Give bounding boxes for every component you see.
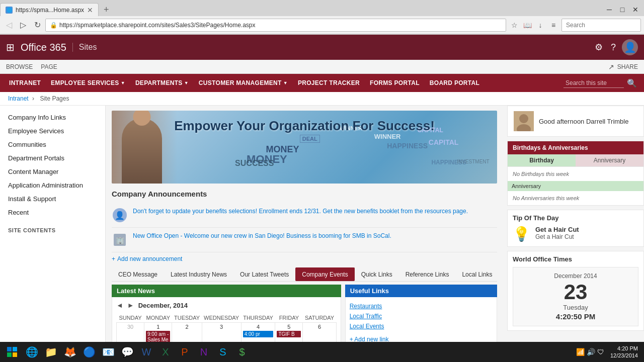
add-announcement-label[interactable]: Add new announcement xyxy=(117,255,182,262)
sp-sites-label: Sites xyxy=(72,43,97,52)
sidebar-item-employee-services[interactable]: Employee Services xyxy=(0,124,105,138)
nav-departments[interactable]: DEPARTMENTS ▼ xyxy=(130,75,194,90)
taskbar-word-icon[interactable]: W xyxy=(137,343,155,361)
taskbar-excel-icon[interactable]: X xyxy=(156,343,175,361)
close-tab-button[interactable]: ✕ xyxy=(87,6,93,14)
lightbulb-icon: 💡 xyxy=(513,226,530,242)
birthday-tab[interactable]: Birthday xyxy=(508,154,576,166)
time-day: 23 xyxy=(518,282,633,303)
sidebar-item-department-portals[interactable]: Department Portals xyxy=(0,151,105,165)
maximize-button[interactable]: □ xyxy=(616,5,629,15)
hero-title: Empower Your Organization For Success! xyxy=(112,118,497,134)
taskbar-lync-icon[interactable]: 💬 xyxy=(118,343,136,361)
nav-project-tracker[interactable]: PROJECT TRACKER xyxy=(293,75,365,90)
breadcrumb-intranet[interactable]: Intranet xyxy=(8,95,29,102)
taskbar-currency-icon[interactable]: $ xyxy=(233,343,251,361)
taskbar-onenote-icon[interactable]: N xyxy=(195,343,213,361)
taskbar-powerpoint-icon[interactable]: P xyxy=(176,343,194,361)
floating-word-investment: INVESTMENT xyxy=(457,159,489,164)
tab-local-links[interactable]: Local Links xyxy=(455,267,499,281)
anniversary-tab[interactable]: Anniversary xyxy=(576,154,643,166)
tray-network-icon[interactable]: 📶 xyxy=(576,348,585,356)
calendar-next-button[interactable]: ► xyxy=(127,301,134,309)
favorites-icon[interactable]: ☆ xyxy=(508,19,520,31)
taskbar-chrome-icon[interactable]: 🔵 xyxy=(80,343,98,361)
sidebar-item-content-manager[interactable]: Content Manager xyxy=(0,165,105,178)
cal-event[interactable]: TGIF B xyxy=(277,331,301,337)
page-label[interactable]: PAGE xyxy=(41,63,57,70)
link-local-events[interactable]: Local Events xyxy=(350,321,493,331)
site-search-input[interactable] xyxy=(564,78,624,88)
announcement-text-1[interactable]: Don't forget to update your benefits sel… xyxy=(133,207,468,216)
browse-label[interactable]: BROWSE xyxy=(6,63,33,70)
sidebar-item-app-admin[interactable]: Application Administration xyxy=(0,178,105,192)
tray-security-icon[interactable]: 🛡 xyxy=(597,348,604,356)
nav-employee-services[interactable]: EMPLOYEE SERVICES ▼ xyxy=(46,75,130,90)
start-button[interactable] xyxy=(2,342,22,362)
nav-intranet[interactable]: INTRANET xyxy=(4,75,46,90)
sidebar-item-recent[interactable]: Recent xyxy=(0,206,105,219)
tab-reference-links[interactable]: Reference Links xyxy=(399,267,456,281)
download-icon[interactable]: ↓ xyxy=(534,19,546,31)
settings-menu-icon[interactable]: ≡ xyxy=(547,19,559,31)
minimize-button[interactable]: ─ xyxy=(603,5,616,15)
reading-icon[interactable]: 📖 xyxy=(521,19,533,31)
nav-forms-portal[interactable]: FORMS PORTAL xyxy=(365,75,425,90)
add-announcement-link[interactable]: + Add new announcement xyxy=(112,255,497,262)
cal-event[interactable]: 4:00 pr xyxy=(243,331,274,337)
tab-industry-news[interactable]: Latest Industry News xyxy=(164,267,233,281)
window-close-button[interactable]: ✕ xyxy=(629,5,642,15)
taskbar-outlook-icon[interactable]: 📧 xyxy=(99,343,117,361)
cal-event[interactable]: 9:00 am -Sales Me xyxy=(146,331,170,343)
taskbar-ie-icon[interactable]: 🌐 xyxy=(23,343,41,361)
sidebar-item-communities[interactable]: Communities xyxy=(0,138,105,151)
forward-button[interactable]: ▷ xyxy=(17,19,29,31)
tip-text: Get a Hair Cut Get a Hair Cut xyxy=(535,226,579,240)
chevron-down-icon: ▼ xyxy=(184,80,189,85)
taskbar-explorer-icon[interactable]: 📁 xyxy=(42,343,60,361)
announcement-text-2[interactable]: New Office Open - Welcome our new crew i… xyxy=(133,232,391,240)
announcement-item-1: 👤 Don't forget to update your benefits s… xyxy=(112,203,497,228)
calendar-prev-button[interactable]: ◄ xyxy=(116,301,123,309)
svg-rect-10 xyxy=(13,352,17,357)
address-bar: 🔒 xyxy=(45,19,506,32)
browser-search-input[interactable] xyxy=(566,22,636,29)
nav-board-portal[interactable]: BOARD PORTAL xyxy=(425,75,485,90)
cal-day-thursday: THURSDAY xyxy=(241,313,275,323)
apps-grid-icon[interactable]: ⊞ xyxy=(6,41,15,53)
tab-company-events[interactable]: Company Events xyxy=(295,267,354,281)
link-local-traffic[interactable]: Local Traffic xyxy=(350,311,493,321)
new-tab-button[interactable]: + xyxy=(101,5,112,15)
floating-word-capital2: CAPITAL xyxy=(429,138,459,146)
time-month: December 2014 xyxy=(518,273,633,280)
editbar-right: ↗ SHARE xyxy=(608,63,638,71)
tab-tweets[interactable]: Our Latest Tweets xyxy=(233,267,295,281)
help-icon[interactable]: ? xyxy=(609,40,618,55)
tab-ceo-message[interactable]: CEO Message xyxy=(112,267,164,281)
taskbar-skype-icon[interactable]: S xyxy=(214,343,232,361)
svg-text:👤: 👤 xyxy=(115,211,125,220)
link-restaurants[interactable]: Restaurants xyxy=(350,301,493,311)
anniversary-label: Anniversary xyxy=(508,181,643,191)
sidebar-item-company-info[interactable]: Company Info Links xyxy=(0,111,105,124)
taskbar: 🌐 📁 🦊 🔵 📧 💬 W X P N S $ 📶 🔊 🛡 4:20 PM 12… xyxy=(0,342,644,362)
user-avatar[interactable]: 👤 xyxy=(622,39,638,55)
share-label[interactable]: SHARE xyxy=(617,63,638,70)
toolbar-icons: ☆ 📖 ↓ ≡ xyxy=(508,19,559,31)
refresh-button[interactable]: ↻ xyxy=(31,19,43,31)
tray-volume-icon[interactable]: 🔊 xyxy=(587,348,595,356)
useful-links-header: Useful Links xyxy=(345,285,497,297)
site-search-button[interactable]: 🔍 xyxy=(624,77,640,89)
back-button[interactable]: ◁ xyxy=(3,19,15,31)
sidebar-item-install-support[interactable]: Install & Support xyxy=(0,192,105,206)
address-input[interactable] xyxy=(59,22,502,29)
taskbar-firefox-icon[interactable]: 🦊 xyxy=(61,343,79,361)
chevron-down-icon: ▼ xyxy=(283,80,288,85)
user-greeting: Good afternoon Darrell Trimble xyxy=(507,106,644,137)
hero-overlay: Empower Your Organization For Success! xyxy=(112,118,497,134)
tab-quick-links[interactable]: Quick Links xyxy=(355,267,399,281)
settings-icon[interactable]: ⚙ xyxy=(593,40,605,55)
world-time-section: World Office Times December 2014 23 Tues… xyxy=(507,251,644,331)
browser-tab[interactable]: 🌐 https://spma...Home.aspx ✕ xyxy=(0,3,99,16)
nav-customer-management[interactable]: CUSTOMER MANAGEMENT ▼ xyxy=(194,75,293,90)
